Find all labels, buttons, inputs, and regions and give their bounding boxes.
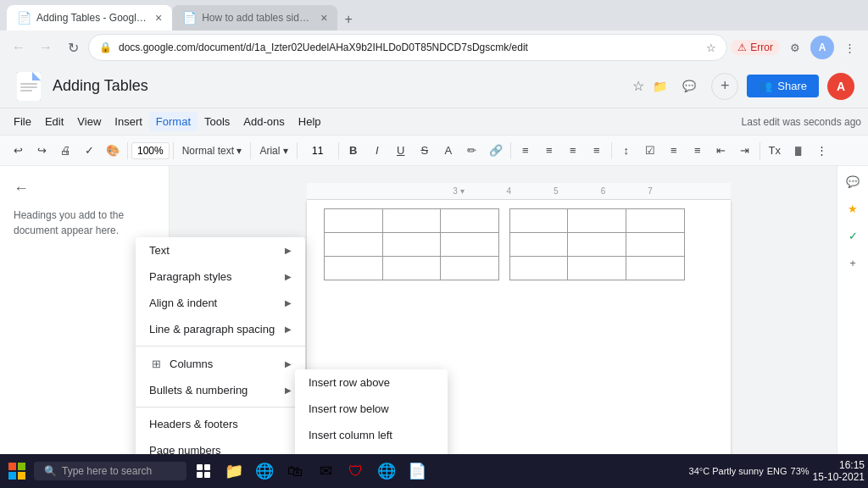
font-size-input[interactable]: 11 [301, 143, 335, 158]
highlight-button[interactable]: ✏ [461, 140, 483, 162]
menu-tools[interactable]: Tools [198, 112, 236, 131]
docs-button[interactable]: 📄 [403, 458, 431, 485]
format-align-item[interactable]: Align & indent ▶ [136, 290, 305, 316]
separator-8 [760, 142, 760, 159]
panel-chat-icon[interactable]: 💬 [841, 169, 865, 193]
separator-1 [127, 142, 128, 159]
panel-star-icon[interactable]: ★ [841, 197, 865, 220]
format-spacing-item[interactable]: Line & paragraph spacing ▶ [136, 316, 305, 342]
font-select[interactable]: Arial ▾ [254, 140, 292, 162]
align-right-button[interactable]: ≡ [562, 140, 584, 162]
format-text-item[interactable]: Text ▶ [136, 237, 305, 263]
separator-3 [250, 142, 251, 159]
error-icon: ⚠ [737, 42, 747, 53]
menu-format[interactable]: Format [149, 112, 198, 131]
menu-insert[interactable]: Insert [108, 112, 149, 131]
format-paragraph-item[interactable]: Paragraph styles ▶ [136, 263, 305, 290]
spellcheck-button[interactable]: ✓ [78, 140, 100, 162]
menu-help[interactable]: Help [292, 112, 328, 131]
forward-button[interactable]: → [34, 36, 58, 59]
svg-rect-7 [8, 463, 16, 470]
format-spacing-arrow: ▶ [285, 324, 292, 334]
table-insert-col-left[interactable]: Insert column left [295, 422, 448, 448]
task-view-button[interactable] [190, 458, 217, 485]
format-bullets-item[interactable]: Bullets & numbering ▶ [136, 377, 305, 403]
text-color-button[interactable]: A [437, 140, 459, 162]
checklist-button[interactable]: ☑ [639, 140, 661, 162]
reload-button[interactable]: ↻ [61, 36, 85, 59]
table-row [325, 209, 383, 233]
table-row [626, 233, 684, 257]
chrome-button[interactable]: 🌐 [373, 458, 400, 485]
indent-increase-button[interactable]: ⇥ [734, 140, 756, 162]
table-row [441, 257, 499, 280]
normal-text-select[interactable]: Normal text ▾ [177, 140, 248, 162]
file-explorer-button[interactable]: 📁 [220, 458, 248, 485]
numbered-list-button[interactable]: ≡ [687, 140, 709, 162]
strikethrough-button[interactable]: S [414, 140, 436, 162]
store-button[interactable]: 🛍 [281, 458, 309, 485]
align-left-button[interactable]: ≡ [515, 140, 537, 162]
indent-decrease-button[interactable]: ⇤ [710, 140, 732, 162]
panel-check-icon[interactable]: ✓ [841, 224, 865, 247]
menu-edit[interactable]: Edit [38, 112, 70, 131]
table-insert-row-above[interactable]: Insert row above [295, 369, 448, 396]
new-tab-button[interactable]: + [337, 8, 359, 30]
new-item-button[interactable]: + [711, 73, 738, 100]
sidebar-back-button[interactable]: ← [14, 180, 155, 197]
print-button[interactable]: 🖨 [54, 140, 76, 162]
align-center-button[interactable]: ≡ [538, 140, 560, 162]
expand-toolbar-button[interactable]: ⋮ [811, 140, 833, 162]
table-insert-row-below[interactable]: Insert row below [295, 396, 448, 422]
highlight-color-button[interactable]: ▓ [787, 140, 810, 162]
svg-rect-11 [197, 464, 203, 470]
menu-view[interactable]: View [70, 112, 108, 131]
zoom-select[interactable]: 100% [131, 142, 170, 159]
tab-1-close[interactable]: × [155, 11, 162, 25]
comment-button[interactable]: 💬 [676, 73, 703, 100]
underline-button[interactable]: U [390, 140, 412, 162]
mail-button[interactable]: ✉ [312, 458, 339, 485]
table-row [626, 209, 684, 233]
address-bar[interactable]: 🔒 docs.google.com/document/d/1a_Izter02U… [88, 34, 727, 61]
undo-button[interactable]: ↩ [7, 140, 29, 162]
user-avatar[interactable]: A [827, 73, 854, 100]
edge-button[interactable]: 🌐 [251, 458, 278, 485]
panel-add-icon[interactable]: + [841, 251, 865, 274]
search-box[interactable]: 🔍 Type here to search [34, 462, 186, 480]
move-icon[interactable]: 📁 [653, 80, 667, 93]
profile-button[interactable]: A [810, 36, 834, 59]
star-icon[interactable]: ☆ [706, 42, 716, 54]
star-button[interactable]: ☆ [632, 78, 644, 94]
menu-file[interactable]: File [7, 112, 38, 131]
extensions-button[interactable]: ⚙ [783, 36, 807, 59]
redo-button[interactable]: ↪ [31, 140, 53, 162]
menu-bar: File Edit View Insert Format Tools Add-o… [0, 108, 868, 136]
link-button[interactable]: 🔗 [485, 140, 507, 162]
antivirus-button[interactable]: 🛡 [342, 458, 370, 485]
error-button[interactable]: ⚠ Error [731, 40, 780, 55]
tab-1[interactable]: 📄 Adding Tables - Google Docs × [7, 5, 172, 30]
format-headers-item[interactable]: Headers & footers [136, 411, 305, 437]
menu-button[interactable]: ⋮ [837, 36, 861, 59]
table-row [509, 209, 568, 233]
share-icon: 👥 [759, 80, 772, 92]
table-insert-col-left-label: Insert column left [309, 429, 392, 441]
bold-button[interactable]: B [342, 140, 364, 162]
share-button[interactable]: 👥 Share [747, 75, 819, 97]
clear-format-button[interactable]: Tx [764, 140, 786, 162]
tab-2[interactable]: 📄 How to add tables side by side ... × [172, 5, 337, 30]
line-spacing-button[interactable]: ↕ [615, 140, 637, 162]
align-justify-button[interactable]: ≡ [586, 140, 608, 162]
paint-format-button[interactable]: 🎨 [102, 140, 124, 162]
doc-table-2 [509, 208, 685, 280]
tab-2-close[interactable]: × [320, 11, 327, 25]
format-paragraph-arrow: ▶ [285, 272, 292, 281]
menu-addons[interactable]: Add-ons [236, 112, 291, 131]
doc-title[interactable]: Adding Tables [53, 77, 624, 95]
bullet-list-button[interactable]: ≡ [663, 140, 685, 162]
back-button[interactable]: ← [7, 36, 31, 59]
format-columns-item[interactable]: ⊞ Columns ▶ [136, 350, 305, 377]
start-button[interactable] [3, 458, 31, 485]
italic-button[interactable]: I [366, 140, 388, 162]
